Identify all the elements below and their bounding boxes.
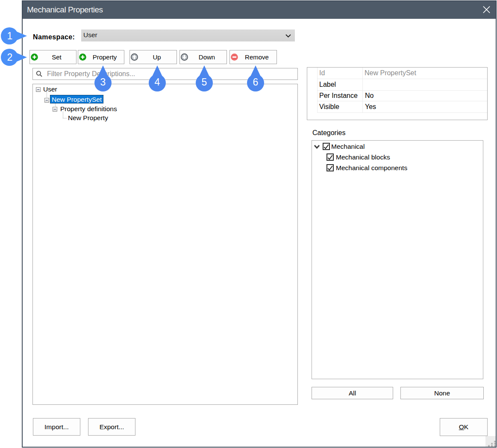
svg-text:4: 4 [155,77,160,88]
svg-text:5: 5 [202,77,207,88]
svg-text:6: 6 [253,77,259,88]
svg-text:1: 1 [7,30,13,41]
svg-text:2: 2 [7,52,13,63]
svg-text:3: 3 [100,77,106,88]
